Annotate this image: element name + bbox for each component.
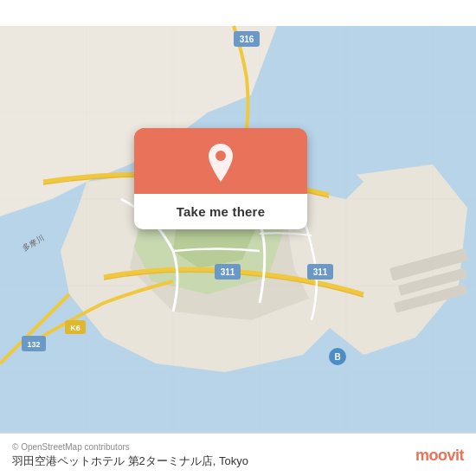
location-name: 羽田空港ペットホテル 第2ターミナル店, Tokyo: [12, 453, 248, 469]
map-attribution: © OpenStreetMap contributors: [12, 442, 248, 452]
svg-text:B: B: [334, 352, 340, 362]
svg-text:132: 132: [27, 340, 40, 349]
svg-text:316: 316: [240, 35, 254, 44]
bottom-left: © OpenStreetMap contributors 羽田空港ペットホテル …: [12, 442, 248, 469]
map-background: 316 357 311 311 132 K6 B 多摩川: [0, 0, 476, 476]
location-pin-icon: [205, 144, 236, 182]
moovit-brand-text: moovit: [415, 447, 464, 465]
take-me-there-button[interactable]: Take me there: [134, 194, 307, 229]
svg-text:311: 311: [221, 267, 235, 277]
map-container: 316 357 311 311 132 K6 B 多摩川: [0, 0, 476, 476]
svg-text:311: 311: [313, 267, 328, 277]
callout-icon-area: [134, 128, 307, 194]
svg-text:K6: K6: [70, 324, 80, 332]
location-callout: Take me there: [134, 128, 307, 229]
svg-point-36: [215, 151, 226, 161]
bottom-bar: © OpenStreetMap contributors 羽田空港ペットホテル …: [0, 433, 476, 476]
moovit-logo: moovit: [415, 447, 464, 465]
